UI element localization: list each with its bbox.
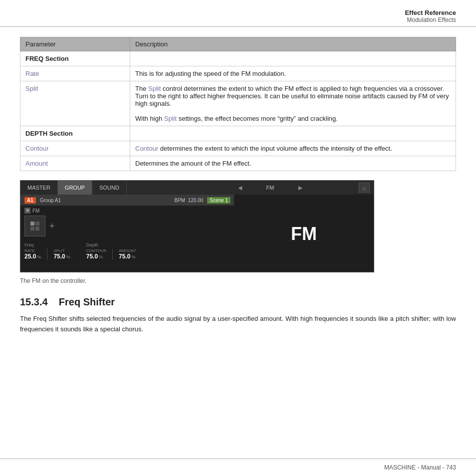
- add-effect-button[interactable]: +: [49, 221, 55, 232]
- section-label-depth: DEPTH Section: [20, 126, 130, 141]
- desc-split: The Split control determines the extent …: [130, 81, 456, 126]
- nav-left-arrow[interactable]: ◀: [238, 185, 242, 191]
- group-label: A1: [24, 197, 36, 204]
- table-row: DEPTH Section: [20, 126, 456, 141]
- knob-group-freq: Freq RATE 25.0 % SPLIT: [24, 242, 76, 260]
- knob-group-depth: Depth CONTOUR 75.0 % AMOU: [86, 242, 142, 260]
- effect-type-label: FM: [32, 208, 39, 214]
- header-subtitle: Modulation Effects: [20, 16, 456, 23]
- screenshot-tabs: MASTER GROUP SOUND: [20, 181, 235, 195]
- link-contour: Contour: [135, 145, 158, 152]
- group-spacer: [76, 242, 86, 260]
- table-row: Contour Contour determines the extent to…: [20, 141, 456, 156]
- table-row: Amount Determines the amount of the FM e…: [20, 156, 456, 171]
- knob-rate-name: RATE: [24, 248, 41, 253]
- link-split: Split: [148, 85, 161, 92]
- knob-amount-value-row: 75.0 %: [119, 253, 136, 260]
- knobs-freq: RATE 25.0 % SPLIT 75.0: [24, 248, 76, 260]
- desc-rate: This is for adjusting the speed of the F…: [130, 66, 456, 81]
- header-title: Effect Reference: [20, 9, 456, 16]
- svg-rect-0: [30, 222, 34, 226]
- bpm-value: BPM 120.00: [174, 198, 203, 203]
- knobs-groups: Freq RATE 25.0 % SPLIT: [24, 242, 231, 260]
- svg-rect-1: [35, 222, 39, 226]
- search-button[interactable]: ⌕: [359, 183, 370, 193]
- link-split-2: Split: [164, 115, 177, 122]
- tab-group[interactable]: GROUP: [58, 181, 92, 195]
- page-header: Effect Reference Modulation Effects: [0, 0, 476, 27]
- knob-amount: AMOUNT 75.0 %: [119, 248, 136, 260]
- knob-group-freq-label: Freq: [24, 242, 76, 247]
- knob-split: SPLIT 75.0 %: [53, 248, 70, 260]
- section-desc-freq: [130, 51, 456, 66]
- knob-separator: [47, 248, 47, 260]
- nav-right-arrow[interactable]: ▶: [298, 185, 302, 191]
- fm-type-icon: ⊞: [24, 208, 30, 214]
- knob-amount-name: AMOUNT: [119, 248, 136, 253]
- effect-section: ⊞ FM +: [20, 206, 235, 242]
- screenshot-container: MASTER GROUP SOUND A1 Group A1 BPM 120.0…: [20, 180, 374, 272]
- knob-contour: CONTOUR 75.0 %: [86, 248, 106, 260]
- main-content: Parameter Description FREQ Section Rate …: [0, 27, 476, 355]
- param-rate: Rate: [20, 66, 130, 81]
- body-paragraph: The Freq Shifter shifts selected frequen…: [20, 314, 456, 335]
- desc-contour: Contour determines the extent to which t…: [130, 141, 456, 156]
- table-header-desc: Description: [130, 37, 456, 51]
- param-split: Split: [20, 81, 130, 126]
- knob-split-value: 75.0: [53, 253, 65, 260]
- scene-label: Scene 1: [207, 197, 231, 204]
- knob-split-value-row: 75.0 %: [53, 253, 70, 260]
- knob-contour-value-row: 75.0 %: [86, 253, 106, 260]
- nav-bar: ◀ FM ▶ ⌕: [234, 181, 374, 195]
- knob-split-name: SPLIT: [53, 248, 70, 253]
- footer-text: MASCHINE - Manual - 743: [384, 464, 456, 471]
- page-footer: MASCHINE - Manual - 743: [0, 459, 476, 476]
- pads-row: +: [24, 216, 231, 237]
- table-row: Split The Split control determines the e…: [20, 81, 456, 126]
- section-desc-depth: [130, 126, 456, 141]
- tab-sound[interactable]: SOUND: [92, 181, 127, 195]
- screenshot-caption: The FM on the controller.: [20, 277, 456, 284]
- knob-contour-name: CONTOUR: [86, 248, 106, 253]
- big-fm-label: FM: [291, 224, 317, 244]
- screenshot-left-panel: MASTER GROUP SOUND A1 Group A1 BPM 120.0…: [20, 181, 235, 272]
- knob-amount-value: 75.0: [119, 253, 130, 260]
- knobs-depth: CONTOUR 75.0 % AMOUNT 75.0: [86, 248, 142, 260]
- table-row: Rate This is for adjusting the speed of …: [20, 66, 456, 81]
- knob-split-unit: %: [66, 254, 70, 259]
- param-contour: Contour: [20, 141, 130, 156]
- tab-master[interactable]: MASTER: [20, 181, 58, 195]
- knob-rate-value: 25.0: [24, 253, 36, 260]
- knob-amount-unit: %: [131, 254, 135, 259]
- nav-effect-name: FM: [245, 185, 295, 191]
- pad-icon: [29, 221, 40, 232]
- knobs-section: Freq RATE 25.0 % SPLIT: [20, 242, 235, 260]
- knob-rate-unit: %: [37, 254, 41, 259]
- effect-label: ⊞ FM: [24, 208, 231, 214]
- knob-contour-unit: %: [99, 254, 103, 259]
- table-row: FREQ Section: [20, 51, 456, 66]
- knob-group-depth-label: Depth: [86, 242, 142, 247]
- section-heading: 15.3.4 Freq Shifter: [20, 296, 456, 308]
- section-label-freq: FREQ Section: [20, 51, 130, 66]
- svg-rect-2: [30, 227, 34, 231]
- knob-rate-value-row: 25.0 %: [24, 253, 41, 260]
- svg-rect-3: [35, 227, 39, 231]
- screenshot-right-panel: ◀ FM ▶ ⌕ FM: [234, 181, 374, 272]
- parameter-table: Parameter Description FREQ Section Rate …: [20, 37, 456, 171]
- knob-separator-2: [112, 248, 113, 260]
- effect-pad[interactable]: [24, 216, 45, 237]
- group-name: Group A1: [40, 198, 61, 203]
- param-amount: Amount: [20, 156, 130, 171]
- desc-amount: Determines the amount of the FM effect.: [130, 156, 456, 171]
- knob-contour-value: 75.0: [86, 253, 98, 260]
- knob-rate: RATE 25.0 %: [24, 248, 41, 260]
- table-header-param: Parameter: [20, 37, 130, 51]
- bpm-bar: A1 Group A1 BPM 120.00 Scene 1: [20, 195, 235, 206]
- main-display: FM: [234, 195, 374, 272]
- section-title: Freq Shifter: [59, 296, 115, 307]
- section-number: 15.3.4: [20, 296, 48, 307]
